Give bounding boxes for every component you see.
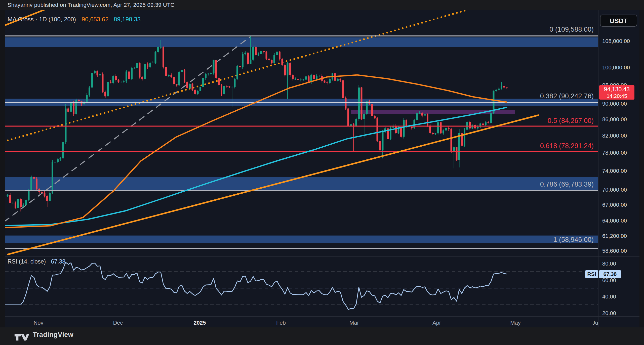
candle-body	[163, 47, 164, 67]
candle-body	[239, 66, 241, 67]
candle-body	[12, 203, 14, 203]
candle-body	[266, 52, 267, 59]
rsi-axis-label: 20.00	[602, 310, 616, 316]
candle-body	[149, 63, 151, 67]
fib-label: 1 (58,946.00)	[553, 236, 594, 243]
candle-body	[91, 73, 93, 88]
candle-body	[65, 109, 67, 142]
candle-body	[279, 52, 280, 59]
candle-body	[23, 205, 24, 207]
candle-body	[485, 122, 487, 125]
candle-body	[479, 123, 481, 127]
candle-body	[141, 77, 143, 79]
candle-body	[382, 132, 384, 150]
price-axis-label: 74,000.00	[602, 168, 627, 174]
price-axis-label: 82,000.00	[602, 133, 627, 139]
candle-body	[152, 63, 154, 63]
candle-body	[41, 192, 43, 193]
candle-body	[97, 71, 98, 75]
candle-body	[210, 73, 212, 74]
rsi-axis-badge-label: RSI	[585, 270, 598, 278]
candle-body	[289, 63, 291, 75]
candle-body	[192, 84, 193, 90]
ma200-value: 89,198.33	[114, 16, 141, 23]
candle-body	[28, 190, 30, 200]
candle-body	[440, 122, 442, 133]
ma-cross-legend[interactable]: MA Cross · 1D (100, 200) 90,653.62 89,19…	[8, 16, 141, 23]
fib-band	[5, 37, 598, 47]
candle-body	[355, 119, 357, 126]
candle-body	[181, 70, 183, 72]
candle-body	[329, 79, 331, 83]
price-axis-label: 78,000.00	[602, 150, 627, 156]
chart-canvas[interactable]: 108,000.00100,000.0095,000.0090,000.0086…	[5, 10, 639, 327]
candle-body	[414, 120, 415, 128]
candle-body	[94, 71, 96, 73]
candle-body	[202, 78, 204, 87]
candle-body	[247, 53, 249, 64]
price-axis: 108,000.00100,000.0095,000.0090,000.0086…	[602, 38, 630, 254]
candle-body	[160, 47, 162, 48]
candle-body	[178, 72, 180, 85]
candle-body	[229, 87, 230, 87]
candle-body	[258, 54, 259, 55]
candle-body	[112, 76, 114, 83]
candle-body	[110, 82, 111, 83]
candle-body	[284, 65, 286, 75]
candle-body	[218, 78, 220, 85]
candle-body	[49, 193, 51, 201]
candle-body	[60, 158, 61, 159]
currency-toggle-button[interactable]: USDT	[600, 15, 637, 27]
candle-body	[245, 53, 246, 54]
candle-body	[300, 80, 302, 80]
candle-body	[490, 113, 492, 123]
candle-body	[432, 133, 434, 134]
candle-body	[448, 128, 450, 129]
candle-body	[347, 109, 349, 126]
candle-body	[25, 200, 27, 205]
candle-body	[118, 80, 119, 82]
time-axis-label: Nov	[33, 320, 43, 326]
fib-label: 0.5 (84,267.00)	[548, 117, 594, 124]
candle-body	[469, 122, 471, 128]
candle-body	[255, 47, 257, 55]
fib-label: 0 (109,588.00)	[549, 26, 594, 33]
candle-body	[316, 76, 317, 79]
candle-body	[458, 133, 460, 160]
tradingview-logo-icon[interactable]	[14, 331, 30, 341]
candle-body	[73, 102, 74, 114]
candle-body	[406, 120, 407, 126]
candle-body	[477, 127, 479, 128]
separators	[5, 10, 639, 327]
candle-body	[429, 125, 431, 133]
candle-body	[236, 66, 238, 79]
ma100-value: 90,653.62	[82, 16, 109, 23]
candle-body	[292, 75, 294, 79]
time-axis-label: Apr	[432, 320, 441, 326]
candle-body	[89, 88, 90, 95]
chart-area[interactable]: 108,000.00100,000.0095,000.0090,000.0086…	[5, 10, 639, 327]
candle-body	[131, 68, 133, 79]
candle-body	[260, 51, 262, 54]
candle-body	[184, 70, 185, 82]
fib-lines	[5, 36, 598, 249]
candle-body	[363, 114, 365, 119]
fib-labels: 0 (109,588.00)0.382 (90,242.76)0.5 (84,2…	[540, 26, 594, 243]
footer: TradingView	[0, 327, 644, 345]
candle-body	[437, 122, 439, 133]
candle-body	[276, 52, 278, 55]
candle-body	[411, 127, 413, 128]
candle-body	[427, 114, 428, 126]
candle-body	[297, 79, 299, 80]
current-price-value: 94,130.43	[599, 85, 634, 93]
rsi-legend[interactable]: RSI (14, close) 67.38	[8, 258, 65, 265]
ascending-dotted	[5, 10, 465, 143]
candle-body	[144, 64, 146, 79]
candle-body	[78, 100, 80, 101]
candle-body	[44, 193, 46, 196]
candle-body	[445, 128, 447, 131]
candle-body	[136, 63, 138, 68]
candle-body	[20, 199, 22, 207]
candle-body	[250, 60, 252, 64]
candle-body	[70, 102, 72, 112]
